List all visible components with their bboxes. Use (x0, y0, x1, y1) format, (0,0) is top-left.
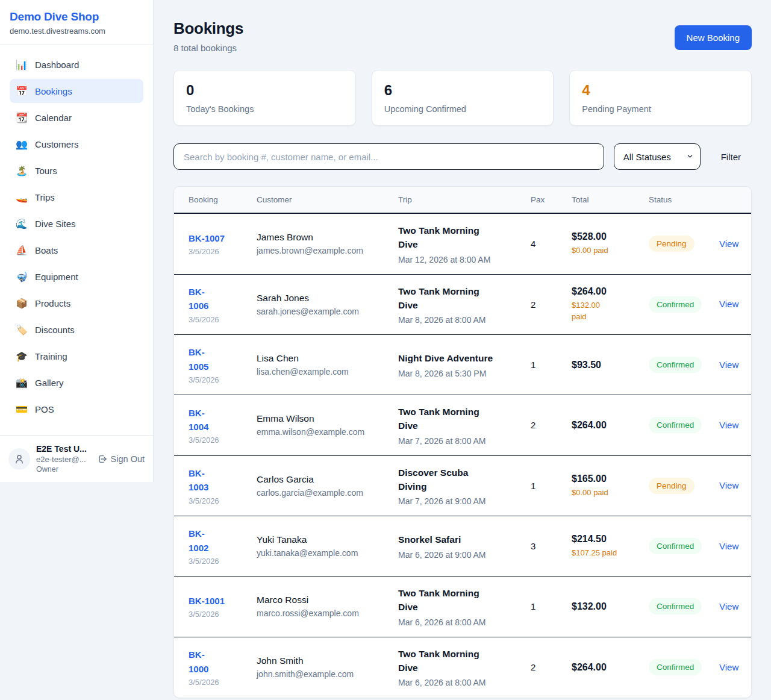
sidebar-item-bookings[interactable]: 📅 Bookings (10, 79, 143, 103)
gallery-icon: 📸 (16, 377, 28, 389)
customer-email: john.smith@example.com (257, 669, 392, 679)
sidebar-item-boats[interactable]: ⛵ Boats (10, 238, 143, 262)
trip-name: Night Dive Adventure (398, 351, 525, 365)
view-link[interactable]: View (719, 601, 738, 611)
status-cell: Confirmed (649, 659, 719, 675)
view-link[interactable]: View (719, 239, 738, 249)
stat-card-upcoming-confirmed: 6 Upcoming Confirmed (372, 70, 554, 126)
booking-number-link[interactable]: BK- 1002 (189, 527, 208, 555)
view-link[interactable]: View (719, 541, 738, 551)
status-select[interactable]: All Statuses (614, 143, 701, 170)
booking-number-link[interactable]: BK- 1000 (189, 648, 208, 676)
table-row: BK- 1002 3/5/2026 Yuki Tanaka yuki.tanak… (174, 516, 751, 577)
customer-email: carlos.garcia@example.com (257, 488, 392, 498)
paid-amount: $0.00 paid (572, 487, 643, 499)
view-link[interactable]: View (719, 420, 738, 430)
products-icon: 📦 (16, 298, 28, 309)
booking-number-link[interactable]: BK-1007 (189, 231, 225, 245)
total-cell: $165.00 $0.00 paid (572, 473, 649, 499)
customer-cell: Lisa Chen lisa.chen@example.com (257, 353, 398, 377)
sidebar-item-products[interactable]: 📦 Products (10, 291, 143, 315)
person-icon (14, 454, 25, 464)
sidebar-item-gallery[interactable]: 📸 Gallery (10, 370, 143, 395)
sidebar-item-label: Customers (35, 139, 79, 149)
sidebar-item-trips[interactable]: 🚤 Trips (10, 185, 143, 209)
booking-number-link[interactable]: BK- 1004 (189, 406, 208, 434)
sidebar-item-label: POS (35, 404, 54, 414)
sidebar-item-dive-sites[interactable]: 🌊 Dive Sites (10, 211, 143, 236)
trip-cell: Two Tank Morning Dive Mar 8, 2026 at 8:0… (398, 284, 531, 325)
status-badge: Pending (649, 236, 695, 252)
trip-datetime: Mar 6, 2026 at 8:00 AM (398, 678, 525, 687)
stat-card-pending-payment: 4 Pending Payment (569, 70, 752, 126)
booking-number-link[interactable]: BK-1001 (189, 594, 225, 608)
trip-datetime: Mar 8, 2026 at 8:00 AM (398, 315, 525, 325)
status-badge: Confirmed (649, 659, 702, 675)
view-link[interactable]: View (719, 662, 738, 672)
actions-cell: View (719, 420, 744, 431)
view-link[interactable]: View (719, 360, 738, 370)
view-link[interactable]: View (719, 299, 738, 309)
customer-name: Yuki Tanaka (257, 534, 392, 545)
sidebar-item-tours[interactable]: 🏝️ Tours (10, 158, 143, 183)
page-title: Bookings (173, 19, 243, 38)
trip-name: Snorkel Safari (398, 533, 525, 546)
bookings-table: Booking Customer Trip Pax Total Status B… (173, 186, 752, 698)
sidebar-item-training[interactable]: 🎓 Training (10, 344, 143, 368)
booking-number-link[interactable]: BK- 1005 (189, 345, 208, 373)
trip-cell: Two Tank Morning Dive Mar 7, 2026 at 8:0… (398, 405, 531, 446)
stat-value: 4 (582, 82, 739, 99)
total-amount: $165.00 (572, 473, 643, 484)
sidebar-item-calendar[interactable]: 📆 Calendar (10, 105, 143, 130)
booking-date: 3/5/2026 (189, 678, 251, 687)
pax-count: 2 (531, 299, 572, 310)
paid-amount: $0.00 paid (572, 245, 643, 257)
column-header-booking: Booking (189, 195, 257, 204)
booking-date: 3/5/2026 (189, 610, 251, 619)
total-amount: $132.00 (572, 601, 643, 612)
trip-cell: Two Tank Morning Dive Mar 12, 2026 at 8:… (398, 223, 531, 264)
status-badge: Confirmed (649, 357, 702, 373)
user-name: E2E Test U... (36, 444, 92, 454)
brand-name: Demo Dive Shop (10, 10, 143, 23)
total-amount: $264.00 (572, 286, 643, 297)
sidebar-item-label: Tours (35, 166, 57, 176)
sign-out-label: Sign Out (111, 454, 145, 464)
sidebar-item-equipment[interactable]: 🤿 Equipment (10, 264, 143, 289)
discounts-icon: 🏷️ (16, 324, 28, 336)
sign-out-button[interactable]: Sign Out (98, 454, 145, 464)
tours-icon: 🏝️ (16, 165, 28, 177)
page-header-text: Bookings 8 total bookings (173, 19, 243, 53)
sidebar-item-pos[interactable]: 💳 POS (10, 397, 143, 421)
booking-number-link[interactable]: BK- 1006 (189, 285, 208, 313)
sidebar-item-label: Trips (35, 192, 55, 202)
view-link[interactable]: View (719, 480, 738, 490)
sidebar-item-label: Dashboard (35, 60, 79, 70)
sidebar-footer: E2E Test U... e2e-tester@... Owner Sign … (0, 435, 153, 482)
customer-name: Marco Rossi (257, 595, 392, 605)
main-content: Bookings 8 total bookings New Booking 0 … (154, 0, 771, 700)
booking-number-link[interactable]: BK- 1003 (189, 466, 208, 495)
paid-amount: $132.00 paid (572, 299, 643, 323)
sidebar-item-customers[interactable]: 👥 Customers (10, 132, 143, 156)
total-cell: $264.00 (572, 662, 649, 673)
actions-cell: View (719, 601, 744, 612)
new-booking-button[interactable]: New Booking (675, 25, 752, 50)
sidebar-item-label: Gallery (35, 378, 64, 388)
table-row: BK-1007 3/5/2026 James Brown james.brown… (174, 214, 751, 275)
total-amount: $93.50 (572, 360, 643, 370)
sidebar-item-discounts[interactable]: 🏷️ Discounts (10, 317, 143, 342)
trip-cell: Discover Scuba Diving Mar 7, 2026 at 9:0… (398, 466, 531, 507)
search-input[interactable] (173, 143, 604, 170)
trip-name: Discover Scuba Diving (398, 466, 525, 494)
sidebar-item-label: Discounts (35, 325, 75, 335)
booking-cell: BK- 1000 3/5/2026 (189, 648, 257, 687)
total-cell: $214.50 $107.25 paid (572, 534, 649, 559)
sidebar-item-dashboard[interactable]: 📊 Dashboard (10, 52, 143, 77)
column-header-pax: Pax (531, 195, 572, 204)
booking-cell: BK- 1005 3/5/2026 (189, 345, 257, 384)
brand-domain: demo.test.divestreams.com (10, 27, 143, 36)
avatar (8, 448, 30, 470)
table-row: BK- 1004 3/5/2026 Emma Wilson emma.wilso… (174, 395, 751, 456)
filter-button[interactable]: Filter (710, 152, 752, 162)
